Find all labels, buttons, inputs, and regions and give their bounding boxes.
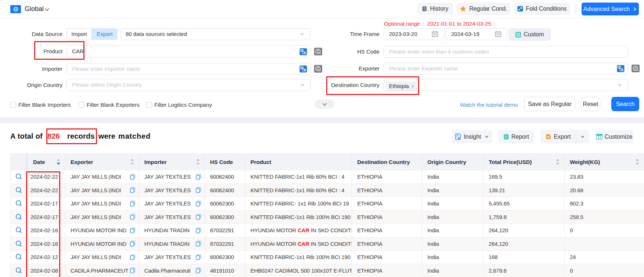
svg-text:A: A [620,68,623,72]
svg-text:BI: BI [458,137,460,139]
